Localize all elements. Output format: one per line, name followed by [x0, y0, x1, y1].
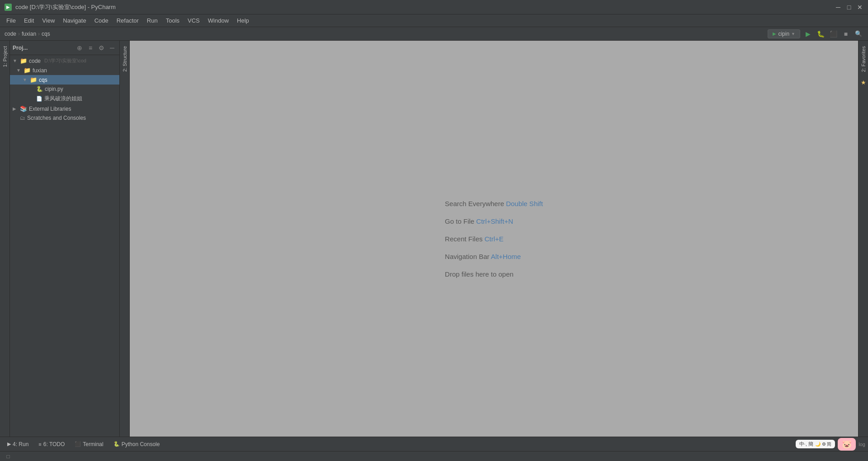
tree-label-scratches: Scratches and Consoles — [27, 115, 86, 121]
tree-item-code[interactable]: ▼ 📁 code D:\学习\实验室\cod — [10, 56, 119, 66]
search-everywhere-button[interactable]: 🔍 — [854, 29, 863, 39]
run-config-label: cipin — [778, 31, 789, 37]
menu-edit[interactable]: Edit — [20, 16, 38, 25]
bottom-tabs-left: ▶ 4: Run ≡ 6: TODO ⬛ Terminal 🐍 Python C… — [3, 439, 164, 449]
tree-arrow-scratches — [13, 116, 18, 121]
breadcrumb-cqs[interactable]: cqs — [42, 31, 50, 37]
close-button[interactable]: ✕ — [856, 4, 863, 11]
terminal-tab-label: Terminal — [83, 441, 103, 447]
ime-label: 中·, 簡 — [799, 441, 813, 447]
welcome-hints: Search Everywhere Double Shift Go to Fil… — [445, 200, 543, 278]
expand-button[interactable]: □ — [5, 453, 12, 460]
tree-label-extlibs: External Libraries — [29, 106, 71, 112]
hint-goto-file: Go to File Ctrl+Shift+N — [445, 217, 513, 225]
hint-shortcut-recent: Ctrl+E — [485, 235, 504, 243]
hint-label-search: Search Everywhere — [445, 200, 506, 207]
tree-item-external-libs[interactable]: ▶ 📚 External Libraries — [10, 104, 119, 113]
ime-widget[interactable]: 中·, 簡 🌙 ⚙ 简 — [796, 440, 835, 448]
app-icon: ▶ — [5, 4, 12, 11]
menu-tools[interactable]: Tools — [162, 16, 183, 25]
menu-window[interactable]: Window — [204, 16, 232, 25]
hint-search-everywhere: Search Everywhere Double Shift — [445, 200, 543, 207]
tree-item-chengfeng[interactable]: 📄 乘风破浪的姐姐 — [10, 94, 119, 104]
menu-file[interactable]: File — [3, 16, 19, 25]
project-panel: Proj... ⊕ ≡ ⚙ ─ ▼ 📁 code D:\学习\实验室\cod ▼… — [10, 41, 120, 437]
bottom-tab-terminal[interactable]: ⬛ Terminal — [70, 439, 108, 449]
maximize-button[interactable]: □ — [845, 4, 853, 11]
status-bar: □ — [0, 451, 868, 461]
run-config-selector[interactable]: ▶ cipin ▼ — [768, 29, 800, 38]
structure-tab-strip: 2: Structure — [120, 41, 130, 437]
hint-label-nav: Navigation Bar — [445, 253, 491, 260]
tree-label-chengfeng: 乘风破浪的姐姐 — [44, 95, 82, 103]
menu-view[interactable]: View — [38, 16, 58, 25]
menu-code[interactable]: Code — [91, 16, 112, 25]
run-button[interactable]: ▶ — [803, 29, 813, 39]
folder-icon-cqs: 📁 — [30, 76, 37, 83]
hint-label-recent: Recent Files — [445, 235, 485, 243]
project-options-btn[interactable]: ≡ — [86, 43, 95, 52]
tree-arrow-cipin — [29, 87, 34, 92]
tree-arrow-cqs: ▼ — [23, 77, 28, 82]
hint-shortcut-nav: Alt+Home — [491, 253, 521, 260]
project-panel-label: Proj... — [13, 45, 73, 51]
folder-icon-fuxian: 📁 — [24, 67, 31, 74]
sidebar-tab-favorites[interactable]: 2: Favorites — [860, 41, 867, 77]
folder-icon-extlibs: 📚 — [20, 105, 27, 112]
debug-button[interactable]: 🐛 — [816, 29, 826, 39]
coverage-button[interactable]: ⬛ — [828, 29, 838, 39]
project-tree: ▼ 📁 code D:\学习\实验室\cod ▼ 📁 fuxian ▼ 📁 cq… — [10, 55, 119, 437]
run-tab-icon: ▶ — [7, 441, 11, 447]
hint-shortcut-goto: Ctrl+Shift+N — [476, 217, 513, 225]
title-bar: ▶ code [D:\学习\实验室\code] - PyCharm ─ □ ✕ — [0, 0, 868, 14]
tree-arrow-chengfeng — [29, 96, 34, 101]
favorites-tab-strip: 2: Favorites ★ — [858, 41, 868, 437]
todo-tab-icon: ≡ — [38, 442, 41, 447]
project-minimize-btn[interactable]: ─ — [108, 43, 117, 52]
tree-arrow-extlibs: ▶ — [13, 106, 18, 111]
todo-tab-label: 6: TODO — [43, 441, 65, 447]
menu-run[interactable]: Run — [143, 16, 161, 25]
editor-area[interactable]: Search Everywhere Double Shift Go to Fil… — [130, 41, 858, 437]
breadcrumb-bar: code › fuxian › cqs ▶ cipin ▼ ▶ 🐛 ⬛ ■ 🔍 — [0, 27, 868, 41]
tree-item-cqs[interactable]: ▼ 📁 cqs — [10, 75, 119, 85]
project-toolbar: Proj... ⊕ ≡ ⚙ ─ — [10, 41, 119, 55]
tree-item-cipin[interactable]: 🐍 cipin.py — [10, 85, 119, 94]
tree-item-fuxian[interactable]: ▼ 📁 fuxian — [10, 66, 119, 75]
stop-button[interactable]: ■ — [841, 29, 851, 39]
bottom-right: 中·, 簡 🌙 ⚙ 简 🐷 log — [796, 438, 865, 451]
bottom-tab-todo[interactable]: ≡ 6: TODO — [34, 439, 69, 449]
bottom-tab-run[interactable]: ▶ 4: Run — [3, 439, 33, 449]
scratch-icon: 🗂 — [20, 115, 25, 121]
breadcrumb-code[interactable]: code — [5, 31, 16, 37]
left-tab-strip: 1: Project — [0, 41, 10, 437]
menu-bar: File Edit View Navigate Code Refactor Ru… — [0, 14, 868, 27]
pig-icon: 🐷 — [842, 439, 852, 449]
menu-help[interactable]: Help — [233, 16, 253, 25]
hint-label-drop: Drop files here to open — [445, 270, 514, 278]
window-controls: ─ □ ✕ — [835, 4, 863, 11]
favorites-star-icon: ★ — [861, 79, 866, 86]
main-area: 1: Project Proj... ⊕ ≡ ⚙ ─ ▼ 📁 code D:\学… — [0, 41, 868, 437]
bottom-tabs: ▶ 4: Run ≡ 6: TODO ⬛ Terminal 🐍 Python C… — [0, 437, 868, 451]
project-settings-btn[interactable]: ⚙ — [97, 43, 106, 52]
project-locate-btn[interactable]: ⊕ — [75, 43, 84, 52]
hint-shortcut-search: Double Shift — [506, 200, 543, 207]
breadcrumb-fuxian[interactable]: fuxian — [22, 31, 36, 37]
sidebar-tab-structure[interactable]: 2: Structure — [121, 41, 128, 77]
tree-label-fuxian: fuxian — [33, 67, 47, 74]
run-controls: ▶ cipin ▼ ▶ 🐛 ⬛ ■ 🔍 — [768, 29, 863, 39]
tree-path-code: D:\学习\实验室\cod — [44, 57, 86, 64]
python-console-tab-label: Python Console — [122, 441, 160, 447]
sidebar-tab-project[interactable]: 1: Project — [1, 41, 9, 72]
folder-icon-code: 📁 — [20, 57, 27, 64]
minimize-button[interactable]: ─ — [835, 4, 842, 11]
window-title: code [D:\学习\实验室\code] - PyCharm — [15, 3, 835, 11]
menu-refactor[interactable]: Refactor — [113, 16, 142, 25]
menu-navigate[interactable]: Navigate — [59, 16, 90, 25]
text-file-icon: 📄 — [36, 96, 42, 102]
bottom-tab-python-console[interactable]: 🐍 Python Console — [109, 439, 165, 449]
menu-vcs[interactable]: VCS — [184, 16, 203, 25]
hint-drop-files: Drop files here to open — [445, 270, 514, 278]
tree-item-scratches[interactable]: 🗂 Scratches and Consoles — [10, 113, 119, 122]
